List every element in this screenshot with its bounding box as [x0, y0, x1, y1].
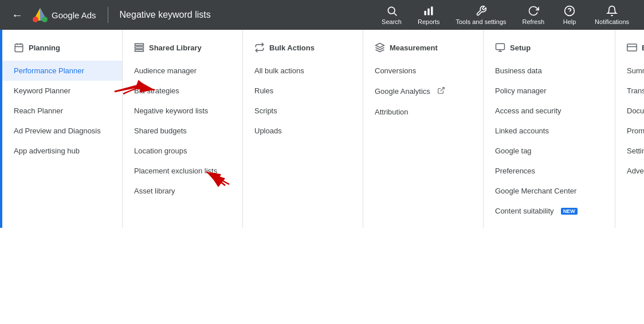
bulk-actions-item-uploads[interactable]: Uploads — [243, 121, 363, 141]
shared-library-item-placement-exclusion[interactable]: Placement exclusion lists — [123, 161, 242, 181]
setup-item-business-data[interactable]: Business data — [484, 61, 615, 81]
top-header: ← Google Ads Negative keyword lists Sear… — [0, 0, 644, 30]
measurement-header-icon — [375, 42, 385, 53]
shared-library-header-icon — [134, 42, 144, 53]
measurement-item-google-analytics[interactable]: Google Analytics — [363, 81, 483, 102]
setup-item-google-merchant[interactable]: Google Merchant Center — [484, 181, 615, 201]
back-button[interactable]: ← — [7, 6, 28, 24]
shared-library-item-shared-budgets[interactable]: Shared budgets — [123, 121, 242, 141]
refresh-label: Refresh — [523, 18, 545, 25]
help-icon — [564, 5, 575, 17]
setup-item-content-suitability[interactable]: Content suitability NEW — [484, 201, 615, 221]
tools-icon — [476, 5, 487, 17]
shared-library-item-asset-library[interactable]: Asset library — [123, 181, 242, 201]
google-ads-logo: Google Ads — [32, 7, 96, 23]
header-left: ← Google Ads Negative keyword lists — [7, 6, 374, 24]
svg-rect-15 — [135, 44, 144, 45]
svg-rect-22 — [627, 44, 637, 51]
setup-item-linked-accounts[interactable]: Linked accounts — [484, 121, 615, 141]
bulk-actions-item-scripts[interactable]: Scripts — [243, 101, 363, 121]
notifications-button[interactable]: Notifications — [587, 3, 637, 27]
bulk-actions-item-all[interactable]: All bulk actions — [243, 61, 363, 81]
search-label: Search — [382, 18, 402, 25]
planning-item-ad-preview[interactable]: Ad Preview and Diagnosis — [2, 121, 122, 141]
planning-item-keyword-planner[interactable]: Keyword Planner — [2, 81, 122, 101]
help-label: Help — [563, 18, 576, 25]
planning-header: Planning — [2, 37, 122, 61]
setup-column: Setup Business data Policy manager Acces… — [484, 30, 615, 228]
billing-header: Bill — [615, 37, 644, 61]
search-icon — [386, 5, 398, 17]
bulk-actions-col-title: Bulk Actions — [269, 44, 315, 52]
setup-header-icon — [495, 42, 505, 53]
setup-item-access-security[interactable]: Access and security — [484, 101, 615, 121]
tools-label: Tools and settings — [455, 18, 506, 25]
measurement-item-conversions[interactable]: Conversions — [363, 61, 483, 81]
bulk-actions-item-rules[interactable]: Rules — [243, 81, 363, 101]
shared-library-header: Shared Library — [123, 37, 242, 61]
svg-rect-6 — [425, 11, 426, 15]
billing-col-title: Bill — [642, 44, 644, 52]
header-right: Search Reports Tools and settings Refres… — [374, 3, 637, 27]
measurement-header: Measurement — [363, 37, 483, 61]
billing-item-advertising[interactable]: Advertis... — [615, 161, 644, 181]
billing-item-summary[interactable]: Summa... — [615, 61, 644, 81]
svg-rect-11 — [15, 44, 23, 52]
billing-item-promotions[interactable]: Promot... — [615, 121, 644, 141]
notifications-label: Notifications — [595, 18, 629, 25]
billing-item-documents[interactable]: Docume... — [615, 101, 644, 121]
bulk-actions-header-icon — [254, 42, 265, 53]
planning-header-icon — [14, 42, 24, 53]
reports-icon — [423, 5, 434, 17]
bulk-actions-column: Bulk Actions All bulk actions Rules Scri… — [243, 30, 363, 228]
notifications-icon — [606, 5, 618, 17]
nav-menu-container: Planning Performance Planner Keyword Pla… — [0, 30, 644, 228]
planning-col-title: Planning — [29, 44, 60, 52]
external-link-svg — [437, 86, 445, 94]
tools-button[interactable]: Tools and settings — [447, 3, 514, 27]
measurement-col-title: Measurement — [390, 44, 438, 52]
measurement-item-attribution[interactable]: Attribution — [363, 102, 483, 122]
header-divider — [108, 7, 108, 23]
svg-rect-19 — [496, 44, 505, 50]
refresh-button[interactable]: Refresh — [515, 3, 553, 27]
svg-rect-7 — [428, 8, 430, 15]
refresh-icon — [528, 5, 539, 17]
svg-line-18 — [441, 88, 444, 91]
shared-library-item-location-groups[interactable]: Location groups — [123, 141, 242, 161]
billing-item-settings[interactable]: Settings... — [615, 141, 644, 161]
help-button[interactable]: Help — [552, 3, 587, 27]
reports-label: Reports — [418, 18, 440, 25]
logo-text: Google Ads — [52, 10, 96, 20]
logo-icon — [32, 7, 48, 23]
new-badge: NEW — [561, 208, 578, 215]
svg-rect-17 — [135, 50, 144, 52]
planning-item-reach-planner[interactable]: Reach Planner — [2, 101, 122, 121]
setup-item-google-tag[interactable]: Google tag — [484, 141, 615, 161]
bulk-actions-header: Bulk Actions — [243, 37, 363, 61]
shared-library-item-bid-strategies[interactable]: Bid strategies — [123, 81, 242, 101]
shared-library-item-audience-manager[interactable]: Audience manager — [123, 61, 242, 81]
planning-item-performance-planner[interactable]: Performance Planner — [2, 61, 122, 81]
planning-item-app-hub[interactable]: App advertising hub — [2, 141, 122, 161]
setup-item-policy-manager[interactable]: Policy manager — [484, 81, 615, 101]
svg-point-2 — [42, 17, 48, 22]
planning-column: Planning Performance Planner Keyword Pla… — [2, 30, 123, 228]
setup-item-preferences[interactable]: Preferences — [484, 161, 615, 181]
setup-header: Setup — [484, 37, 615, 61]
svg-line-5 — [394, 13, 396, 15]
svg-point-4 — [388, 7, 395, 14]
billing-column: Bill Summa... Transac... Docume... Promo… — [615, 30, 644, 228]
reports-button[interactable]: Reports — [410, 3, 448, 27]
billing-header-icon — [627, 42, 637, 53]
svg-rect-8 — [431, 6, 433, 15]
external-link-icon — [437, 86, 445, 96]
setup-col-title: Setup — [510, 44, 531, 52]
billing-item-transactions[interactable]: Transac... — [615, 81, 644, 101]
measurement-column: Measurement Conversions Google Analytics… — [363, 30, 484, 228]
shared-library-item-negative-keyword-lists[interactable]: Negative keyword lists — [123, 101, 242, 121]
page-title: Negative keyword lists — [120, 10, 211, 20]
shared-library-column: Shared Library Audience manager Bid stra… — [123, 30, 243, 228]
shared-library-col-title: Shared Library — [149, 44, 202, 52]
search-button[interactable]: Search — [374, 3, 410, 27]
